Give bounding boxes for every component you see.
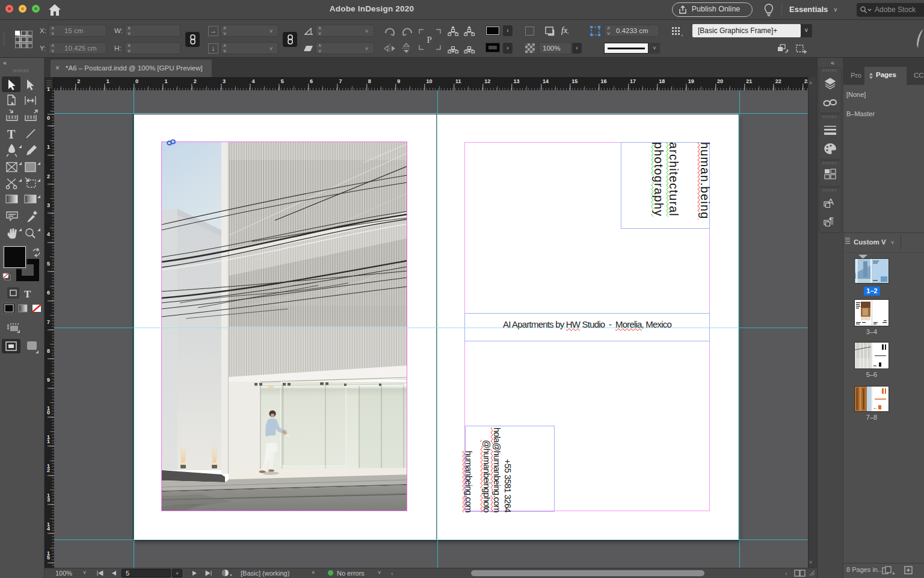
- svg-text:T: T: [7, 128, 16, 141]
- svg-text:P: P: [427, 35, 432, 45]
- svg-text:T: T: [24, 288, 31, 300]
- svg-text:«: «: [3, 59, 7, 66]
